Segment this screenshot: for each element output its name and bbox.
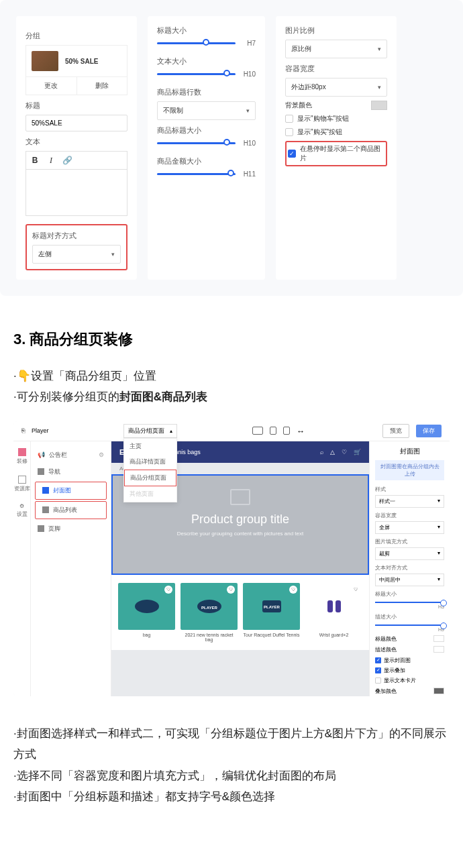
save-button[interactable]: 保存 (416, 425, 442, 437)
dsize-label: 描述大小 (375, 613, 444, 620)
align-select[interactable]: 左侧 (32, 245, 121, 264)
fill-select[interactable]: 裁剪 (375, 547, 444, 560)
checkbox-icon (285, 115, 293, 123)
desktop-icon[interactable] (252, 427, 263, 435)
title-size-label: 标题大小 (157, 25, 256, 36)
color-swatch (433, 646, 444, 653)
hover-checkbox-row[interactable]: ✓在悬停时显示第二个商品图片 (288, 144, 384, 163)
right-info: 封面图需在商品分组内去上传 (375, 460, 444, 480)
italic-icon[interactable]: I (46, 156, 56, 165)
heart-icon[interactable]: ♡ (227, 586, 235, 594)
gear-icon: ⚙ (19, 503, 24, 509)
svg-rect-6 (336, 600, 341, 612)
dsize-slider[interactable] (375, 625, 444, 626)
width-select[interactable]: 外边距80px (285, 78, 387, 97)
cover-icon (42, 487, 49, 494)
delete-button[interactable]: 删除 (77, 77, 127, 95)
gear-icon[interactable]: ⚙ (99, 451, 104, 458)
tcolor-row[interactable]: 标题颜色 (375, 635, 444, 643)
product-grid: ♡bag ♡PLAYER2021 new tennis racket bag ♡… (111, 575, 369, 650)
bullets-intro: ·👇设置「商品分组页」位置 ·可分别装修分组页的封面图&商品列表 (13, 366, 450, 408)
text-size-label: 文本大小 (157, 56, 256, 66)
rail-decorate[interactable]: 装修 (17, 448, 28, 465)
nav-icon (38, 468, 44, 475)
app-icon: ⎘ (21, 427, 25, 434)
change-button[interactable]: 更改 (26, 77, 77, 95)
left-announce[interactable]: 📢公告栏⚙ (31, 447, 111, 464)
heart-icon[interactable]: ♡ (352, 586, 360, 594)
rail-library[interactable]: 资源库 (14, 476, 30, 492)
title-size-slider[interactable]: H7 (157, 40, 256, 47)
svg-text:PLAYER: PLAYER (264, 605, 280, 609)
prod-title-size-slider[interactable]: H10 (157, 140, 256, 147)
tablet-icon[interactable] (270, 427, 276, 435)
cb-overlay[interactable]: ✓显示叠加 (375, 667, 444, 674)
editor-topbar: ⎘ Player 商品分组页面 主页 商品详情页面 商品分组页面 其他页面 ↔ … (13, 421, 450, 441)
left-footer[interactable]: 页脚 (31, 521, 111, 537)
cwidth-select[interactable]: 全屏 (375, 521, 444, 534)
group-label: 分组 (25, 31, 127, 41)
prod-lines-select[interactable]: 不限制 (157, 101, 256, 120)
product-card[interactable]: ♡PLAYERTour Racquet Duffel Tennis (243, 583, 300, 642)
bg-label: 背景颜色 (285, 101, 312, 110)
heart-icon[interactable]: ♡ (164, 586, 172, 594)
tsize-slider[interactable] (375, 602, 444, 603)
svg-text:PLAYER: PLAYER (201, 606, 217, 610)
product-card[interactable]: ♡PLAYER2021 new tennis racket bag (181, 583, 238, 642)
left-cover[interactable]: 封面图 (35, 482, 107, 500)
group-actions: 更改 删除 (25, 77, 127, 95)
preview-button[interactable]: 预览 (382, 424, 409, 438)
cart-checkbox-row[interactable]: 显示"购物车"按钮 (285, 114, 387, 123)
panel-sizes: 标题大小 H7 文本大小 H10 商品标题行数 不限制 商品标题大小 H10 商… (148, 16, 265, 280)
cb-cover[interactable]: ✓显示封面图 (375, 657, 444, 664)
link-icon[interactable]: 🔗 (62, 156, 72, 165)
dcolor-row[interactable]: 描述颜色 (375, 646, 444, 653)
mobile-icon[interactable] (283, 427, 290, 435)
rte-toolbar: B I 🔗 (25, 151, 127, 169)
rte-body[interactable] (25, 169, 127, 216)
bg-color-swatch[interactable] (371, 101, 387, 110)
overlay-color-row[interactable]: 叠加颜色 (375, 688, 444, 695)
rail-settings[interactable]: ⚙设置 (17, 503, 28, 518)
svg-point-0 (135, 600, 159, 613)
prod-price-size-slider[interactable]: H11 (157, 170, 256, 178)
bullet-1: ·👇设置「商品分组页」位置 (13, 366, 450, 386)
page-dropdown-menu: 主页 商品详情页面 商品分组页面 其他页面 (123, 438, 177, 502)
title-label: 标题 (25, 101, 127, 111)
checkbox-icon (285, 128, 293, 136)
announce-icon: 📢 (38, 451, 45, 458)
svg-rect-5 (327, 600, 333, 612)
bullet-2: ·可分别装修分组页的封面图&商品列表 (13, 386, 450, 407)
app-name: Player (32, 427, 49, 434)
product-card[interactable]: ♡bag (118, 583, 175, 642)
color-swatch (433, 635, 444, 642)
dd-detail[interactable]: 商品详情页面 (124, 454, 176, 470)
expand-icon[interactable]: ↔ (297, 427, 307, 435)
talign-label: 文本对齐方式 (375, 564, 444, 572)
bold-icon[interactable]: B (30, 156, 40, 165)
right-title: 封面图 (375, 447, 444, 456)
cb-textcard[interactable]: 显示文本卡片 (375, 677, 444, 684)
style-select[interactable]: 样式一 (375, 495, 444, 508)
group-badge: 50% SALE (65, 58, 98, 65)
dd-group[interactable]: 商品分组页面 (124, 470, 176, 486)
dd-home[interactable]: 主页 (124, 439, 176, 454)
text-size-slider[interactable]: H10 (157, 70, 256, 78)
ratio-select[interactable]: 原比例 (285, 40, 387, 58)
heart-icon[interactable]: ♡ (289, 586, 297, 594)
buy-checkbox-row[interactable]: 显示"购买"按钮 (285, 127, 387, 137)
title-input[interactable] (25, 115, 127, 131)
page-dropdown[interactable]: 商品分组页面 主页 商品详情页面 商品分组页面 其他页面 (123, 424, 177, 438)
cart-icon: 🛒 (354, 449, 361, 455)
bullets-outro: ·封面图选择样式一和样式二，可实现「分组标题位于图片上方&图片下方」的不同展示方… (13, 723, 450, 808)
checkbox-checked-icon: ✓ (288, 150, 296, 158)
text-label: 文本 (25, 137, 127, 147)
talign-select[interactable]: 中间居中 (375, 574, 444, 586)
left-list[interactable]: 商品列表 (35, 501, 107, 519)
left-nav[interactable]: 导航 (31, 464, 111, 480)
decorate-icon (18, 448, 26, 456)
product-card[interactable]: ♡Wrist guard×2 (305, 583, 362, 642)
dd-other[interactable]: 其他页面 (124, 486, 176, 502)
banner-title: Product group title (191, 512, 289, 527)
hover-image-block: ✓在悬停时显示第二个商品图片 (285, 141, 387, 166)
